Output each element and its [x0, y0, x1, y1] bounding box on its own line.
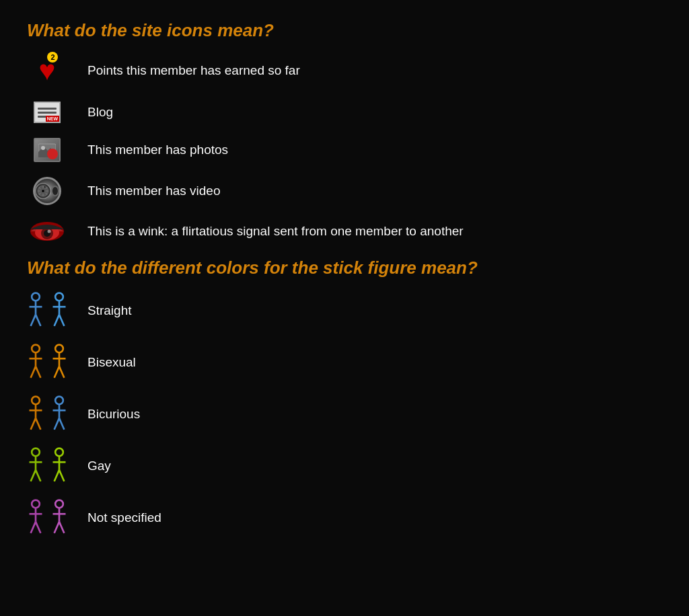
blog-label: Blog: [87, 105, 113, 120]
svg-line-56: [36, 470, 40, 482]
bisexual-label: Bisexual: [87, 355, 136, 370]
wink-label: This is a wink: a flirtatious signal sen…: [87, 224, 464, 239]
svg-line-55: [30, 470, 35, 482]
straight-figures: [27, 292, 67, 329]
straight-row: Straight: [27, 292, 662, 329]
section2-title: What do the different colors for the sti…: [27, 258, 662, 278]
svg-line-61: [59, 470, 64, 482]
video-row: This member has video: [27, 177, 662, 205]
svg-line-66: [36, 522, 40, 533]
gay-figures: [27, 447, 67, 484]
svg-line-70: [54, 522, 59, 533]
bicurious-label: Bicurious: [87, 407, 140, 422]
photos-icon: [27, 138, 67, 162]
svg-line-26: [36, 315, 40, 326]
video-icon: [27, 177, 67, 205]
svg-line-45: [30, 418, 35, 430]
svg-point-3: [50, 151, 56, 157]
blog-icon: NEW: [27, 102, 67, 123]
points-row: ♥ 2 Points this member has earned so far: [27, 54, 662, 87]
svg-point-57: [55, 449, 63, 457]
svg-point-37: [55, 345, 63, 353]
bicurious-figures: [27, 395, 67, 432]
svg-point-52: [32, 449, 40, 457]
wink-icon: [27, 220, 67, 243]
svg-line-40: [54, 367, 59, 378]
gay-row: Gay: [27, 447, 662, 484]
svg-line-51: [59, 418, 64, 430]
points-badge: 2: [47, 52, 58, 63]
svg-point-67: [55, 500, 63, 508]
straight-label: Straight: [87, 303, 131, 318]
section1-title: What do the site icons mean?: [27, 20, 662, 41]
svg-line-71: [59, 522, 64, 533]
svg-line-46: [36, 418, 40, 430]
video-label: This member has video: [87, 184, 220, 198]
gay-label: Gay: [87, 459, 111, 473]
svg-point-62: [32, 500, 40, 508]
wink-row: This is a wink: a flirtatious signal sen…: [27, 220, 662, 243]
svg-point-4: [51, 153, 55, 157]
svg-point-21: [48, 230, 51, 233]
bisexual-row: Bisexual: [27, 344, 662, 381]
points-icon: ♥ 2: [27, 54, 67, 87]
photos-label: This member has photos: [87, 143, 228, 157]
svg-line-31: [59, 315, 64, 326]
svg-point-32: [32, 345, 40, 353]
svg-line-41: [59, 367, 64, 378]
svg-point-7: [41, 189, 44, 192]
svg-line-35: [30, 367, 35, 378]
not-specified-label: Not specified: [87, 510, 161, 525]
svg-line-60: [54, 470, 59, 482]
photos-row: This member has photos: [27, 138, 662, 162]
svg-point-47: [55, 397, 63, 405]
svg-point-42: [32, 397, 40, 405]
svg-line-50: [54, 418, 59, 430]
svg-point-8: [44, 186, 46, 188]
svg-point-2: [41, 146, 45, 150]
bicurious-row: Bicurious: [27, 395, 662, 432]
not-specified-row: Not specified: [27, 499, 662, 536]
points-label: Points this member has earned so far: [87, 63, 300, 78]
blog-row: NEW Blog: [27, 102, 662, 123]
svg-line-65: [30, 522, 35, 533]
bisexual-figures: [27, 344, 67, 381]
not-specified-figures: [27, 499, 67, 536]
svg-line-30: [54, 315, 59, 326]
svg-line-36: [36, 367, 40, 378]
svg-point-27: [55, 293, 63, 301]
svg-line-25: [30, 315, 35, 326]
svg-point-22: [32, 293, 40, 301]
